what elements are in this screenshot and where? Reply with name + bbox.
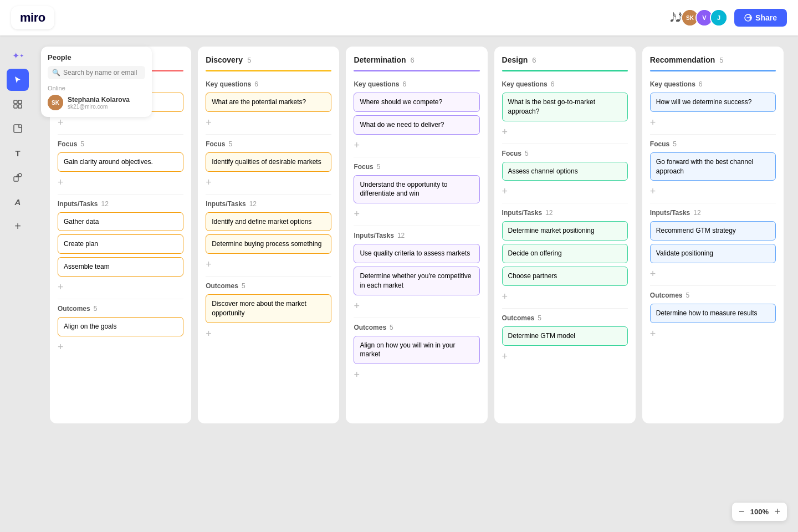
card-determination-2-1[interactable]: Determine whether you're competitive in … xyxy=(354,267,479,295)
card-determination-2-0[interactable]: Use quality criteria to assess markets xyxy=(354,244,479,263)
search-wrap: 🔍 xyxy=(48,66,145,79)
section-title-recommendation-1: Focus 5 xyxy=(650,140,776,148)
add-card-btn-recommendation-2[interactable]: + xyxy=(650,269,656,279)
section-divider xyxy=(354,318,479,318)
card-recommendation-3-0[interactable]: Determine how to measure results xyxy=(650,304,776,323)
add-card-btn-discovery-0[interactable]: + xyxy=(206,117,212,127)
add-card-btn-preparation-0[interactable]: + xyxy=(58,117,64,127)
card-preparation-2-1[interactable]: Create plan xyxy=(58,234,183,254)
svg-text:V: V xyxy=(702,14,707,21)
card-determination-3-0[interactable]: Align on how you will win in your market xyxy=(354,336,479,365)
add-card-btn-determination-1[interactable]: + xyxy=(354,209,360,219)
cursor-icon xyxy=(13,75,22,84)
section-title-design-2: Inputs/Tasks 12 xyxy=(502,209,628,217)
card-recommendation-2-1[interactable]: Validate positioning xyxy=(650,244,776,263)
zoom-level: 100% xyxy=(749,508,770,516)
people-panel: People 🔍 Online SK Stephania Kolarova sk… xyxy=(41,47,152,117)
add-card-btn-design-3[interactable]: + xyxy=(502,351,508,361)
col-title-design: Design xyxy=(502,55,528,64)
section-title-determination-2: Inputs/Tasks 12 xyxy=(354,232,479,239)
pen-tool-button[interactable]: A xyxy=(7,191,29,213)
section-divider xyxy=(502,308,628,309)
grid-tool-button[interactable] xyxy=(7,93,29,115)
add-card-btn-recommendation-1[interactable]: + xyxy=(650,186,656,196)
section-title-recommendation-2: Inputs/Tasks 12 xyxy=(650,209,776,217)
card-recommendation-2-0[interactable]: Recommend GTM strategy xyxy=(650,221,776,241)
add-card-btn-discovery-2[interactable]: + xyxy=(206,259,212,269)
card-preparation-3-0[interactable]: Align on the goals xyxy=(58,317,183,336)
card-recommendation-1-0[interactable]: Go forward with the best channel approac… xyxy=(650,152,776,181)
card-recommendation-0-0[interactable]: How will we determine success? xyxy=(650,93,776,112)
section-divider xyxy=(206,194,331,195)
cursor-tool-button[interactable] xyxy=(7,69,29,91)
section-title-design-0: Key questions 6 xyxy=(502,80,628,88)
section-title-discovery-3: Outcomes 5 xyxy=(206,282,331,290)
column-determination: Determination 6 Key questions 6Where sho… xyxy=(346,47,487,423)
card-determination-1-0[interactable]: Understand the opportunity to differenti… xyxy=(354,175,479,204)
add-card-btn-design-2[interactable]: + xyxy=(502,291,508,301)
card-discovery-0-0[interactable]: What are the potential markets? xyxy=(206,93,331,112)
col-count-discovery: 5 xyxy=(247,56,251,64)
add-card-btn-determination-2[interactable]: + xyxy=(354,301,360,311)
add-card-btn-design-0[interactable]: + xyxy=(502,127,508,137)
zoom-in-button[interactable]: + xyxy=(774,506,780,518)
card-preparation-2-2[interactable]: Assemble team xyxy=(58,257,183,277)
section-title-recommendation-0: Key questions 6 xyxy=(650,80,776,88)
avatar-3[interactable]: J xyxy=(710,9,728,27)
zoom-bar: − 100% + xyxy=(732,503,787,521)
section-title-preparation-3: Outcomes 5 xyxy=(58,305,183,313)
section-title-discovery-1: Focus 5 xyxy=(206,140,331,148)
add-card-btn-recommendation-3[interactable]: + xyxy=(650,329,656,339)
plus-tool-button[interactable]: + xyxy=(7,215,29,237)
svg-text:J: J xyxy=(717,14,720,21)
section-title-determination-1: Focus 5 xyxy=(354,163,479,171)
people-search-input[interactable] xyxy=(63,69,141,76)
col-count-determination: 6 xyxy=(411,56,415,64)
section-divider xyxy=(58,194,183,195)
card-design-2-0[interactable]: Determine market positioning xyxy=(502,221,628,241)
add-card-btn-determination-3[interactable]: + xyxy=(354,370,360,380)
share-button[interactable]: Share xyxy=(734,9,787,27)
card-discovery-3-0[interactable]: Discover more about the market opportuni… xyxy=(206,294,331,323)
add-card-btn-design-1[interactable]: + xyxy=(502,186,508,196)
sticky-tool-button[interactable] xyxy=(7,117,29,140)
card-design-0-0[interactable]: What is the best go-to-market approach? xyxy=(502,93,628,121)
left-toolbar: ✦✦ T A + xyxy=(0,35,35,532)
search-icon: 🔍 xyxy=(52,69,60,76)
add-card-btn-recommendation-0[interactable]: + xyxy=(650,117,656,127)
card-preparation-2-0[interactable]: Gather data xyxy=(58,212,183,232)
text-tool-button[interactable]: T xyxy=(7,142,29,164)
add-card-btn-preparation-2[interactable]: + xyxy=(58,282,64,292)
card-preparation-1-0[interactable]: Gain clarity around objectives. xyxy=(58,152,183,172)
text-icon: T xyxy=(15,149,20,158)
user-info: Stephania Kolarova sk21@miro.com xyxy=(68,96,130,110)
card-design-3-0[interactable]: Determine GTM model xyxy=(502,326,628,346)
topbar-right: 𝅘𝅥𝅯 𝅘𝅥𝅮𝅘𝅥𝅯 SK V J xyxy=(670,9,787,27)
svg-rect-9 xyxy=(14,105,17,108)
card-design-2-2[interactable]: Choose partners xyxy=(502,267,628,286)
col-title-determination: Determination xyxy=(354,55,406,64)
card-design-1-0[interactable]: Assess channel options xyxy=(502,162,628,181)
ai-tool-button[interactable]: ✦✦ xyxy=(7,44,29,66)
add-card-btn-preparation-1[interactable]: + xyxy=(58,177,64,187)
zoom-out-button[interactable]: − xyxy=(739,506,745,518)
add-card-btn-discovery-3[interactable]: + xyxy=(206,329,212,339)
card-determination-0-1[interactable]: What do we need to deliver? xyxy=(354,115,479,135)
add-card-btn-preparation-3[interactable]: + xyxy=(58,342,64,352)
svg-text:SK: SK xyxy=(686,15,694,21)
card-discovery-2-1[interactable]: Determine buying process something xyxy=(206,234,331,254)
col-count-recommendation: 5 xyxy=(719,56,723,64)
add-card-btn-determination-0[interactable]: + xyxy=(354,140,360,150)
logo-wrap: miro xyxy=(11,6,54,29)
card-determination-0-0[interactable]: Where should we compete? xyxy=(354,93,479,112)
card-discovery-1-0[interactable]: Identify qualities of desirable markets xyxy=(206,152,331,172)
section-divider xyxy=(58,299,183,299)
column-discovery: Discovery 5 Key questions 6What are the … xyxy=(198,47,339,423)
card-design-2-1[interactable]: Decide on offering xyxy=(502,244,628,263)
card-discovery-2-0[interactable]: Identify and define market options xyxy=(206,212,331,232)
add-card-btn-discovery-1[interactable]: + xyxy=(206,177,212,187)
col-count-design: 6 xyxy=(532,56,536,64)
shapes-tool-button[interactable] xyxy=(7,166,29,188)
column-recommendation: Recommendation 5 Key questions 6How will… xyxy=(642,47,784,423)
column-design: Design 6 Key questions 6What is the best… xyxy=(494,47,636,423)
